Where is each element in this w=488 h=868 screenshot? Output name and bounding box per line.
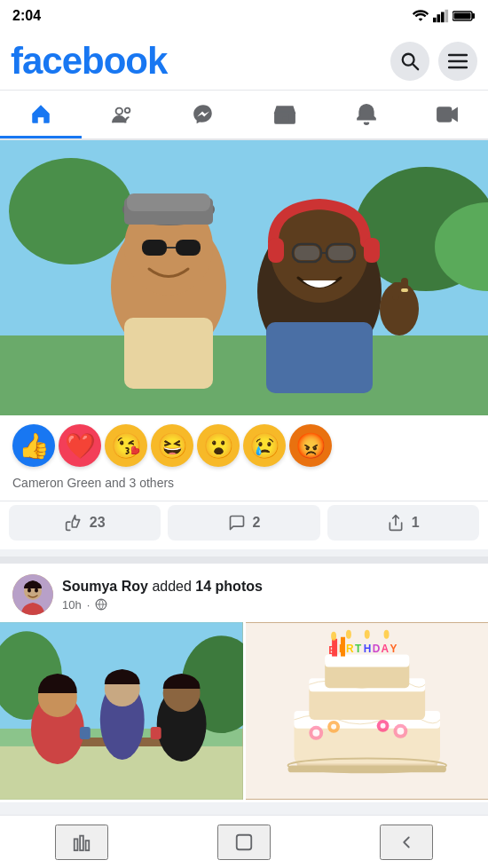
svg-rect-31 <box>266 322 373 393</box>
svg-rect-14 <box>282 115 288 120</box>
svg-point-92 <box>364 630 369 639</box>
hamburger-icon <box>448 53 468 69</box>
svg-text:I: I <box>339 643 342 655</box>
svg-rect-97 <box>85 840 89 850</box>
nav-item-messenger[interactable] <box>162 91 244 138</box>
svg-text:R: R <box>345 643 353 655</box>
post-time: 10h <box>62 598 82 612</box>
nav-back-android[interactable] <box>380 825 433 860</box>
svg-rect-62 <box>151 727 161 739</box>
reaction-kiss[interactable]: 😘 <box>105 424 147 467</box>
svg-text:Y: Y <box>390 643 397 655</box>
comment-button[interactable]: 2 <box>168 505 319 541</box>
svg-rect-98 <box>237 834 252 849</box>
svg-line-8 <box>413 64 418 69</box>
nav-item-notifications[interactable] <box>326 91 407 138</box>
svg-rect-41 <box>392 282 399 300</box>
svg-point-93 <box>383 630 389 639</box>
nav-item-home[interactable] <box>0 91 82 138</box>
share-icon <box>387 514 405 532</box>
avatar-soumya[interactable] <box>12 574 53 615</box>
reactions-names: Cameron Green and 3 others <box>0 476 488 497</box>
status-bar: 2:04 <box>0 0 488 32</box>
svg-point-83 <box>312 730 319 737</box>
nav-recent-apps[interactable] <box>55 825 108 860</box>
search-icon <box>400 51 420 71</box>
svg-rect-22 <box>124 318 213 389</box>
svg-rect-2 <box>441 12 445 23</box>
wifi-icon <box>412 9 429 23</box>
svg-rect-39 <box>328 246 353 260</box>
privacy-icon <box>95 598 107 611</box>
photo-grid-item-1[interactable] <box>0 622 243 800</box>
photo-grid-item-2[interactable]: B I R T H D A Y <box>246 622 489 800</box>
post-meta-2: Soumya Roy added 14 photos 10h · <box>62 578 476 612</box>
svg-text:D: D <box>372 643 380 655</box>
signal-icon <box>433 9 449 23</box>
svg-rect-15 <box>437 107 451 121</box>
share-button[interactable]: 1 <box>327 505 479 541</box>
post-header-2: Soumya Roy added 14 photos 10h · <box>0 564 488 622</box>
thumbs-up-icon <box>65 514 83 532</box>
svg-text:B: B <box>328 644 336 657</box>
status-time: 2:04 <box>12 8 41 24</box>
action-row: 23 2 1 <box>0 501 488 549</box>
like-count: 23 <box>90 515 106 531</box>
comment-count: 2 <box>253 515 261 531</box>
nav-item-friends[interactable] <box>82 91 163 138</box>
svg-rect-20 <box>0 335 488 415</box>
post-photo-1[interactable] <box>0 140 488 415</box>
like-button[interactable]: 23 <box>9 505 161 541</box>
svg-rect-27 <box>142 240 167 256</box>
svg-text:H: H <box>363 643 371 655</box>
nav-bar <box>0 91 488 140</box>
reaction-wow[interactable]: 😮 <box>197 424 240 467</box>
selfie-illustration <box>0 140 488 415</box>
reaction-like[interactable]: 👍 <box>12 424 55 467</box>
svg-rect-65 <box>287 765 445 772</box>
content-area: 👍 ❤️ 😘 😆 😮 😢 😡 Cameron Green and 3 other… <box>0 140 488 868</box>
svg-point-47 <box>35 588 38 593</box>
time-dot: · <box>87 598 91 612</box>
svg-rect-26 <box>127 193 210 211</box>
search-button[interactable] <box>390 42 429 81</box>
birthday-cake-photo: B I R T H D A Y <box>246 622 489 800</box>
group-photo <box>0 622 243 800</box>
svg-point-90 <box>331 632 336 641</box>
app-header: facebook <box>0 32 488 91</box>
svg-text:T: T <box>354 643 361 655</box>
comment-icon <box>228 514 246 532</box>
svg-rect-0 <box>433 18 437 22</box>
nav-home-android[interactable] <box>217 825 271 860</box>
avatar-image <box>12 574 53 615</box>
svg-point-91 <box>345 630 350 639</box>
reactions-bar: 👍 ❤️ 😘 😆 😮 😢 😡 <box>0 415 488 476</box>
reaction-angry[interactable]: 😡 <box>289 424 332 467</box>
post-card-1: 👍 ❤️ 😘 😆 😮 😢 😡 Cameron Green and 3 other… <box>0 140 488 549</box>
posts-divider <box>0 556 488 564</box>
header-actions <box>390 42 477 81</box>
menu-button[interactable] <box>438 42 477 81</box>
post-card-2: Soumya Roy added 14 photos 10h · <box>0 564 488 802</box>
reaction-love[interactable]: ❤️ <box>59 424 101 467</box>
recent-apps-icon <box>72 832 91 852</box>
nav-item-marketplace[interactable] <box>244 91 326 138</box>
svg-point-12 <box>115 108 122 114</box>
post-time-row: 10h · <box>62 598 476 612</box>
svg-rect-6 <box>454 13 471 20</box>
svg-rect-34 <box>364 238 380 263</box>
photo-grid: B I R T H D A Y <box>0 622 488 802</box>
svg-point-17 <box>9 158 133 264</box>
reaction-haha[interactable]: 😆 <box>151 424 193 467</box>
svg-rect-61 <box>80 727 91 739</box>
nav-item-video[interactable] <box>406 91 488 138</box>
svg-rect-3 <box>445 10 449 22</box>
photo-count: 14 photos <box>195 579 263 594</box>
reaction-sad[interactable]: 😢 <box>243 424 286 467</box>
svg-point-89 <box>380 723 385 729</box>
svg-point-46 <box>28 588 31 593</box>
svg-rect-96 <box>80 835 83 850</box>
back-android-icon <box>397 832 416 852</box>
action-text: added <box>152 579 195 594</box>
svg-text:A: A <box>381 643 389 655</box>
